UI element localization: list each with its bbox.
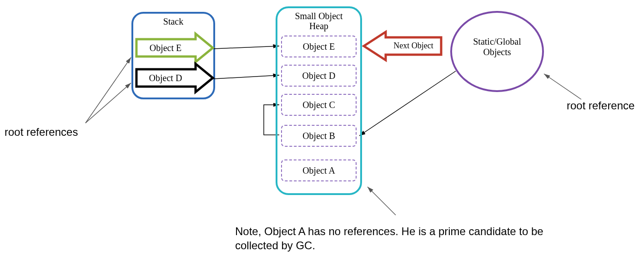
annotation-arrow-right: [544, 74, 581, 99]
annotation-root-references-left: root references: [5, 126, 78, 139]
stack-item-d-label: Object D: [138, 73, 193, 83]
stack-item-e-label: Object E: [138, 43, 193, 53]
heap-item-b: Object B: [281, 125, 357, 147]
globals-label: Static/Global Objects: [450, 36, 544, 57]
annotation-arrow-left-2: [86, 83, 131, 123]
annotation-arrow-left-1: [86, 57, 131, 123]
edge-globals-to-heap-b: [359, 71, 456, 136]
next-object-label: Next Object: [387, 41, 439, 51]
stack-title: Stack: [131, 16, 215, 27]
annotation-root-reference-right: root reference: [567, 99, 634, 112]
heap-title: Small Object Heap: [276, 11, 362, 31]
heap-item-d: Object D: [281, 65, 357, 87]
annotation-note: Note, Object A has no references. He is …: [235, 224, 572, 252]
edge-stack-d-to-heap-d: [214, 75, 279, 79]
edge-stack-e-to-heap-e: [214, 46, 279, 49]
heap-item-a: Object A: [281, 159, 357, 181]
heap-item-c: Object C: [281, 94, 357, 116]
heap-item-e: Object E: [281, 36, 357, 57]
annotation-arrow-note: [367, 187, 396, 215]
